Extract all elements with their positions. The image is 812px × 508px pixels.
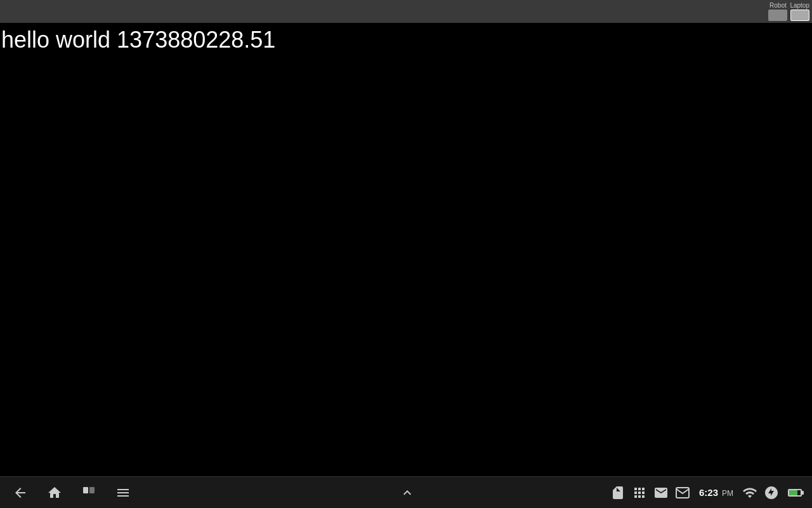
home-button[interactable] xyxy=(47,485,62,500)
robot-label: Robot xyxy=(769,2,787,9)
svg-rect-0 xyxy=(83,487,88,493)
battery-fill xyxy=(789,490,797,495)
main-content: hello world 1373880228.51 xyxy=(0,23,812,483)
battery-icon xyxy=(788,489,802,497)
hello-world-text: hello world 1373880228.51 xyxy=(0,23,812,57)
bottom-nav-bar: 6:23 PM xyxy=(0,476,812,508)
status-time-group: 6:23 PM xyxy=(699,487,733,498)
clock-time: 6:23 xyxy=(699,487,718,498)
gmail-icon[interactable] xyxy=(653,485,669,500)
apps-grid-icon[interactable] xyxy=(632,485,647,500)
menu-button[interactable] xyxy=(115,485,131,500)
recents-button[interactable] xyxy=(81,485,96,500)
top-status-bar: Robot Laptop xyxy=(0,0,812,23)
chevron-up-button[interactable] xyxy=(400,485,415,500)
clock-ampm: PM xyxy=(722,489,733,498)
nav-center-group xyxy=(276,485,539,500)
robot-button[interactable] xyxy=(768,10,787,21)
back-button[interactable] xyxy=(13,485,28,500)
nav-left-group xyxy=(0,485,276,500)
laptop-label: Laptop xyxy=(790,2,809,9)
robot-button-group: Robot xyxy=(768,2,787,21)
laptop-button[interactable] xyxy=(790,10,809,21)
nav-right-group: 6:23 PM xyxy=(539,485,812,500)
block-icon xyxy=(764,485,779,500)
mail-icon[interactable] xyxy=(675,485,690,500)
svg-rect-1 xyxy=(89,487,95,493)
storage-icon xyxy=(610,485,625,500)
laptop-button-group: Laptop xyxy=(790,2,809,21)
wifi-icon xyxy=(742,485,757,500)
battery-container xyxy=(788,489,802,497)
